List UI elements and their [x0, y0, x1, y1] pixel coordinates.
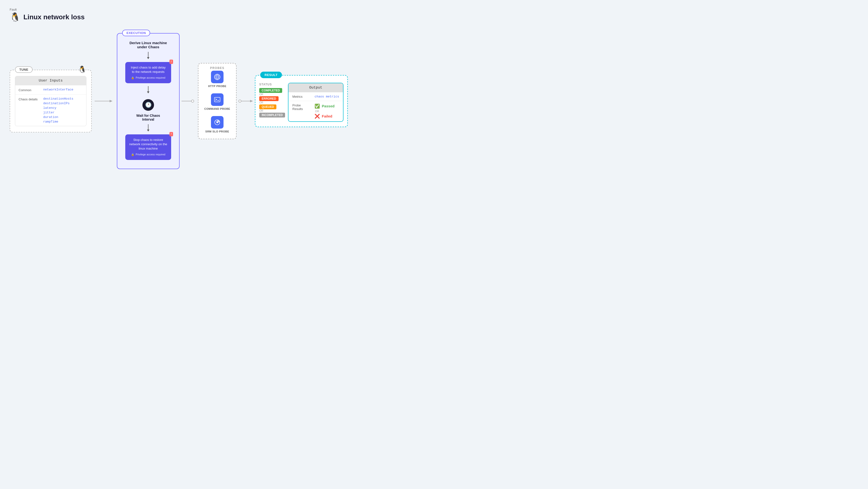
result-section: RESULT STATUS COMPLETED OR ERRORED OR QU… [255, 75, 348, 127]
passed-label: Passed [322, 104, 335, 108]
probe-results-values: ✅ Passed OR ❌ Failed [314, 103, 335, 119]
output-header: Output [288, 83, 343, 92]
status-queued: QUEUED [259, 104, 276, 109]
status-completed: COMPLETED [259, 88, 282, 93]
execution-section: EXECUTION Derive Linux machineunder Chao… [117, 33, 180, 169]
destination-hosts: destinationHosts [43, 97, 73, 101]
failed-label: Failed [322, 114, 332, 118]
clock-icon: 🕐 [143, 99, 154, 111]
chaos-values: destinationHosts destinationIPs latency … [43, 97, 73, 124]
destination-ips: destinationIPs [43, 102, 73, 105]
exec-card-1-badge: ! [169, 60, 173, 64]
metrics-row: Metrics chaos metrics [288, 92, 343, 101]
failed-row: ❌ Failed [314, 113, 335, 119]
status-label: STATUS [259, 83, 285, 86]
svg-point-8 [239, 100, 241, 102]
result-inner: STATUS COMPLETED OR ERRORED OR QUEUED OR… [259, 83, 343, 122]
tune-section: TUNE 🐧 User Inputs Common networkInterfa… [10, 70, 92, 132]
exec-card-1-text: Inject chaos to add delay to the network… [129, 65, 167, 74]
chaos-label: Chaos details [19, 97, 40, 124]
status-section: STATUS COMPLETED OR ERRORED OR QUEUED OR… [259, 83, 285, 118]
probe-or: OR [315, 110, 335, 113]
metrics-label: Metrics [292, 95, 312, 98]
wait-label: Wait for ChaosInterval [136, 113, 160, 121]
exec-down-arrow-3 [148, 124, 149, 130]
user-inputs-header: User Inputs [15, 76, 86, 85]
http-probe-icon [211, 71, 223, 83]
exec-step1-label: Derive Linux machineunder Chaos [129, 41, 167, 49]
svg-marker-10 [250, 100, 253, 102]
user-inputs-table: User Inputs Common networkInterface Chao… [15, 76, 86, 126]
common-values: networkInterface [43, 88, 73, 92]
exec-card-1-footer: 🔒 Privilege access required [129, 76, 167, 79]
common-label: Common [19, 88, 40, 92]
tune-badge: TUNE [15, 66, 33, 73]
latency: latency [43, 106, 73, 110]
diagram-container: TUNE 🐧 User Inputs Common networkInterfa… [10, 28, 858, 174]
exec-down-arrow-2 [148, 86, 149, 92]
input-row-chaos: Chaos details destinationHosts destinati… [15, 94, 86, 126]
probes-section: PROBES HTTP PROBE [198, 63, 237, 139]
fault-label: Fault [10, 8, 858, 11]
exec-card-1: ! Inject chaos to add delay to the netwo… [125, 62, 171, 83]
command-probe-icon [211, 93, 223, 106]
exec-card-2-badge: ! [169, 132, 173, 136]
or-1: OR [259, 93, 285, 96]
lock-icon-1: 🔒 [131, 76, 134, 79]
lock-icon-2: 🔒 [131, 153, 134, 156]
arrow-svg [95, 97, 114, 105]
linux-icon: 🐧 [10, 13, 21, 22]
probes-label: PROBES [210, 66, 224, 70]
result-badge: RESULT [260, 72, 282, 78]
exec-card-2-text: Stop chaos to restore network connectivi… [129, 138, 167, 151]
exec-probes-svg [182, 97, 196, 105]
duration: duration [43, 115, 73, 119]
exec-card-2-footer: 🔒 Privilege access required [129, 153, 167, 156]
command-probe: COMMAND PROBE [204, 93, 230, 110]
http-probe: HTTP PROBE [208, 71, 226, 88]
probes-result-svg [239, 97, 253, 105]
tune-linux-icon: 🐧 [78, 65, 86, 73]
ramp-time: rampTime [43, 120, 73, 124]
status-errored: ERRORED [259, 96, 279, 101]
probe-results-row: ProbeResults ✅ Passed OR ❌ Failed [288, 101, 343, 121]
svg-marker-1 [110, 100, 113, 102]
network-interface-value: networkInterface [43, 88, 73, 91]
tune-to-exec-arrow [92, 97, 117, 105]
or-2: OR [259, 101, 285, 104]
status-incompleted: INCOMPLETED [259, 113, 285, 118]
exec-card-2-privilege: Privilege access required [136, 153, 165, 156]
command-probe-label: COMMAND PROBE [204, 107, 230, 110]
or-3: OR [259, 109, 285, 112]
jitter: jitter [43, 111, 73, 115]
probes-to-result-arrow [237, 97, 255, 105]
srm-probe: SRM SLO PROBE [206, 116, 229, 133]
input-row-common: Common networkInterface [15, 85, 86, 94]
exec-down-arrow-1 [148, 52, 149, 58]
exec-to-probes-arrow [180, 97, 198, 105]
srm-probe-label: SRM SLO PROBE [206, 130, 229, 133]
exec-card-1-privilege: Privilege access required [136, 76, 165, 79]
probe-results-label: ProbeResults [292, 103, 312, 111]
metrics-value: chaos metrics [314, 95, 339, 98]
passed-row: ✅ Passed [314, 103, 335, 109]
execution-badge: EXECUTION [122, 30, 150, 36]
passed-icon: ✅ [314, 103, 320, 109]
page-header: Fault 🐧 Linux network loss [10, 8, 858, 22]
srm-probe-icon [211, 116, 223, 129]
http-probe-label: HTTP PROBE [208, 85, 226, 88]
page-title: Linux network loss [23, 13, 85, 21]
svg-rect-5 [214, 97, 220, 102]
exec-card-2: ! Stop chaos to restore network connecti… [125, 134, 171, 160]
output-box: Output Metrics chaos metrics ProbeResult… [288, 83, 343, 122]
failed-icon: ❌ [314, 113, 320, 119]
svg-point-3 [191, 100, 194, 102]
